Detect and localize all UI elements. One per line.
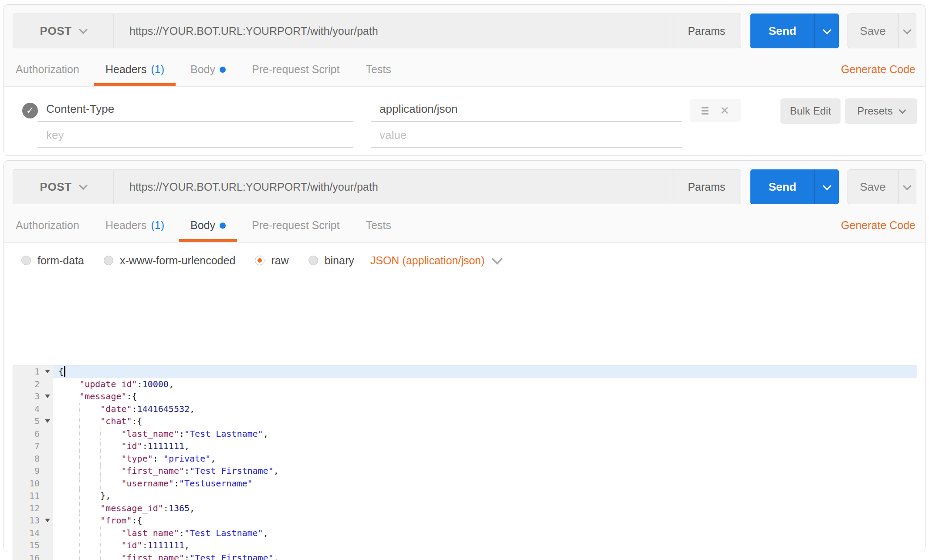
method-select[interactable]: POST: [13, 169, 114, 204]
url-input[interactable]: https://YOUR.BOT.URL:YOURPORT/with/your/…: [114, 169, 741, 204]
headers-count-badge: (1): [151, 63, 164, 76]
code-line-3[interactable]: 3 "message":{: [13, 390, 917, 403]
code-line-4[interactable]: 4 "date":1441645532,: [13, 403, 917, 415]
code-editor-lines: 1{2 "update_id":10000,3 "message":{4 "da…: [13, 365, 917, 560]
line-number-gutter: 8: [13, 452, 53, 465]
new-header-key-cell: [37, 123, 353, 148]
params-button[interactable]: Params: [672, 170, 741, 204]
code-line-13[interactable]: 13 "from":{: [13, 514, 917, 527]
save-button[interactable]: Save: [848, 169, 898, 204]
chevron-down-icon: [903, 182, 912, 190]
save-dropdown-button[interactable]: [898, 13, 916, 48]
header-key-cell: [37, 97, 353, 122]
generate-code-link[interactable]: Generate Code: [841, 63, 915, 76]
save-button-group: Save: [848, 13, 916, 48]
fold-arrow-icon[interactable]: [45, 370, 50, 373]
tab-body[interactable]: Body: [190, 63, 226, 86]
header-value-input[interactable]: [371, 97, 682, 121]
close-icon[interactable]: ✕: [720, 105, 729, 116]
method-label: POST: [40, 24, 72, 38]
code-line-15[interactable]: 15 "id":1111111,: [13, 539, 917, 552]
fold-arrow-icon[interactable]: [45, 419, 50, 423]
line-number-gutter: 5: [13, 415, 53, 428]
chevron-down-icon: [823, 182, 831, 190]
body-content-type-select[interactable]: JSON (application/json): [370, 254, 502, 267]
body-mode-raw[interactable]: raw: [255, 254, 288, 267]
send-button[interactable]: Send: [750, 13, 814, 48]
params-button[interactable]: Params: [672, 14, 741, 48]
line-number-gutter: 13: [13, 514, 53, 527]
tab-tests[interactable]: Tests: [366, 219, 391, 242]
code-line-2[interactable]: 2 "update_id":10000,: [13, 378, 917, 391]
headers-key-value-editor: ✓ ✕ Bulk Edit Presets: [4, 87, 925, 155]
chevron-down-icon: [823, 26, 831, 34]
body-dot-icon: [220, 67, 226, 73]
tab-body[interactable]: Body: [190, 219, 226, 242]
chevron-down-icon: [903, 26, 912, 34]
code-line-14[interactable]: 14 "last_name":"Test Lastname",: [13, 527, 917, 540]
new-header-value-input[interactable]: [371, 123, 682, 147]
request-panel-body: POST https://YOUR.BOT.URL:YOURPORT/with/…: [3, 160, 926, 552]
code-line-6[interactable]: 6 "last_name":"Test Lastname",: [13, 428, 917, 440]
radio-icon: [309, 256, 318, 265]
url-text: https://YOUR.BOT.URL:YOURPORT/with/your/…: [114, 25, 672, 37]
header-key-input[interactable]: [37, 97, 353, 121]
method-select[interactable]: POST: [13, 13, 114, 48]
chevron-down-icon: [492, 253, 503, 264]
body-mode-x-www-form-urlencoded[interactable]: x-www-form-urlencoded: [104, 254, 235, 267]
tab-pre-request-script[interactable]: Pre-request Script: [252, 219, 339, 242]
code-line-16[interactable]: 16 "first_name":"Test Firstname",: [13, 552, 917, 560]
send-dropdown-button[interactable]: [814, 169, 839, 204]
fold-arrow-icon[interactable]: [45, 395, 50, 398]
url-input[interactable]: https://YOUR.BOT.URL:YOURPORT/with/your/…: [114, 13, 741, 48]
line-number-gutter: 15: [13, 539, 53, 552]
new-header-value-cell: [371, 123, 682, 148]
line-number-gutter: 3: [13, 390, 53, 403]
fold-arrow-icon[interactable]: [45, 519, 50, 522]
generate-code-link[interactable]: Generate Code: [841, 219, 915, 232]
chevron-down-icon: [898, 106, 906, 114]
body-mode-form-data[interactable]: form-data: [21, 254, 84, 267]
body-mode-binary[interactable]: binary: [309, 254, 354, 267]
code-line-11[interactable]: 11 },: [13, 489, 917, 502]
headers-count-badge: (1): [151, 219, 164, 232]
raw-body-code-editor[interactable]: 1{2 "update_id":10000,3 "message":{4 "da…: [13, 365, 917, 560]
presets-button[interactable]: Presets: [845, 98, 917, 124]
code-line-9[interactable]: 9 "first_name":"Test Firstname",: [13, 465, 917, 477]
method-label: POST: [40, 180, 72, 194]
tab-pre-request-script[interactable]: Pre-request Script: [252, 63, 339, 86]
line-number-gutter: 1: [13, 365, 53, 378]
code-line-5[interactable]: 5 "chat":{: [13, 415, 917, 428]
tab-tests[interactable]: Tests: [366, 63, 391, 86]
code-line-8[interactable]: 8 "type": "private",: [13, 452, 917, 465]
bulk-edit-button[interactable]: Bulk Edit: [780, 98, 841, 124]
tab-authorization[interactable]: Authorization: [16, 219, 79, 242]
send-button[interactable]: Send: [750, 169, 814, 204]
tab-authorization[interactable]: Authorization: [16, 63, 79, 86]
drag-handle-icon[interactable]: [702, 107, 709, 115]
line-number-gutter: 14: [13, 527, 53, 540]
line-number-gutter: 10: [13, 477, 53, 490]
send-button-group: Send: [750, 169, 839, 204]
code-line-10[interactable]: 10 "username":"Testusername": [13, 477, 917, 490]
code-line-7[interactable]: 7 "id":1111111,: [13, 440, 917, 452]
line-number-gutter: 9: [13, 465, 53, 477]
radio-icon: [21, 256, 31, 265]
tab-headers[interactable]: Headers (1): [105, 63, 164, 86]
new-header-key-input[interactable]: [37, 123, 353, 147]
header-enabled-checkbox[interactable]: ✓: [22, 103, 38, 118]
send-dropdown-button[interactable]: [814, 13, 839, 48]
text-cursor: [64, 366, 65, 377]
code-line-12[interactable]: 12 "message_id":1365,: [13, 502, 917, 515]
radio-icon: [104, 256, 113, 265]
body-dot-icon: [220, 223, 226, 229]
code-line-1[interactable]: 1{: [13, 365, 917, 378]
header-row-actions: ✕: [690, 99, 741, 122]
request-bar: POST https://YOUR.BOT.URL:YOURPORT/with/…: [13, 13, 916, 48]
chevron-down-icon: [79, 25, 88, 34]
save-button-group: Save: [848, 169, 916, 204]
save-dropdown-button[interactable]: [898, 169, 916, 204]
tab-headers[interactable]: Headers (1): [105, 219, 164, 242]
save-button[interactable]: Save: [848, 13, 898, 48]
body-editor-area: form-data x-www-form-urlencoded raw bina…: [4, 243, 925, 552]
